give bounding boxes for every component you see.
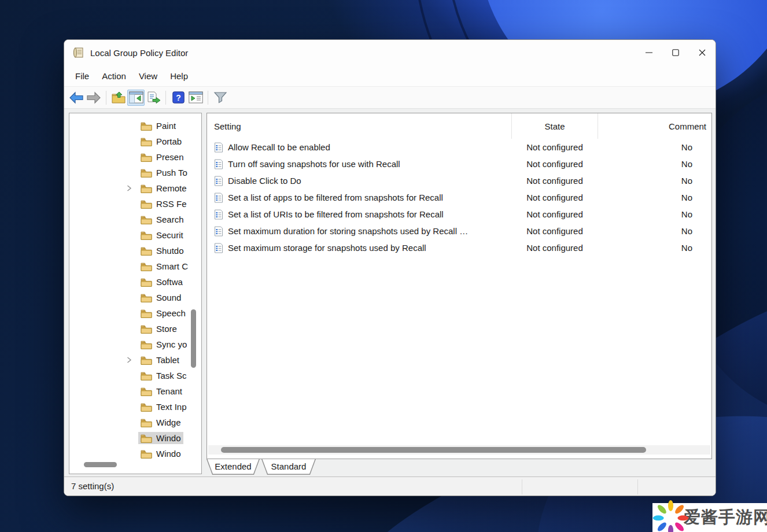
column-header-state[interactable]: State: [511, 113, 598, 139]
export-list-icon[interactable]: [145, 90, 162, 106]
menu-view[interactable]: View: [132, 69, 164, 83]
close-button[interactable]: [689, 40, 716, 65]
minimize-button[interactable]: [636, 40, 662, 65]
tree-item[interactable]: Tablet: [69, 352, 201, 368]
tree-node: Sync yo: [138, 338, 189, 350]
tree-node: Sound: [138, 291, 183, 304]
list-hscroll-thumb[interactable]: [221, 447, 646, 453]
tree-node: Shutdo: [138, 245, 186, 257]
toolbar: ?: [64, 87, 716, 109]
show-console-tree-icon[interactable]: [127, 90, 145, 106]
tree-item[interactable]: Paint: [69, 118, 201, 134]
column-header-setting[interactable]: Setting: [207, 113, 511, 139]
caption-buttons: [636, 40, 716, 65]
tree-horizontal-scrollbar[interactable]: [84, 462, 117, 467]
folder-icon: [141, 215, 152, 224]
table-row[interactable]: Allow Recall to be enabled Not configure…: [207, 139, 711, 156]
tree-item[interactable]: Shutdo: [69, 243, 201, 258]
tree-node: Task Sc: [138, 370, 189, 382]
setting-name: Disable Click to Do: [228, 176, 301, 186]
forward-icon[interactable]: [85, 90, 102, 106]
up-one-level-icon[interactable]: [110, 90, 127, 106]
policy-setting-icon: [214, 209, 223, 220]
tree-item[interactable]: Push To: [69, 165, 201, 180]
toolbar-separator: [208, 91, 208, 105]
tab-standard-label: Standard: [261, 459, 316, 475]
tree-item[interactable]: Windo: [69, 430, 201, 446]
menu-action[interactable]: Action: [95, 69, 132, 83]
folder-icon: [141, 184, 152, 193]
column-header-comment[interactable]: Comment: [598, 113, 711, 139]
menu-file[interactable]: File: [69, 69, 95, 83]
tree-item-label: Presen: [156, 152, 184, 162]
tree-item-label: Tablet: [156, 355, 179, 365]
table-row[interactable]: Turn off saving snapshots for use with R…: [207, 156, 711, 172]
tree-item[interactable]: RSS Fe: [69, 196, 201, 212]
toolbar-separator: [106, 91, 106, 105]
status-separator: [522, 479, 522, 494]
tree-node: Smart C: [138, 260, 190, 272]
tree-node: Securit: [138, 229, 186, 241]
table-row[interactable]: Set a list of apps to be filtered from s…: [207, 189, 711, 206]
tree-item[interactable]: Smart C: [69, 258, 201, 274]
tree-item[interactable]: Windo: [69, 446, 201, 461]
maximize-button[interactable]: [662, 40, 689, 65]
comment-cell: No: [598, 243, 711, 253]
table-row[interactable]: Set maximum duration for storing snapsho…: [207, 223, 711, 239]
tree-item[interactable]: Speech: [69, 305, 201, 321]
folder-icon: [141, 293, 152, 302]
back-icon[interactable]: [68, 90, 85, 106]
tree-item[interactable]: Widge: [69, 415, 201, 430]
title-bar[interactable]: Local Group Policy Editor: [64, 40, 716, 65]
folder-icon: [141, 309, 152, 318]
state-cell: Not configured: [511, 209, 598, 219]
tree-item[interactable]: Text Inp: [69, 399, 201, 415]
policy-setting-icon: [214, 193, 223, 203]
table-row[interactable]: Set a list of URIs to be filtered from s…: [207, 206, 711, 223]
policy-setting-icon: [214, 142, 223, 153]
tree-item-label: Task Sc: [156, 371, 187, 380]
state-cell: Not configured: [511, 176, 598, 186]
state-cell: Not configured: [511, 159, 598, 169]
tree-node: Tablet: [138, 354, 182, 366]
menu-help[interactable]: Help: [164, 69, 194, 83]
watermark-text: 爱酱手游网: [684, 506, 767, 529]
tree-item[interactable]: Securit: [69, 227, 201, 243]
show-action-pane-icon[interactable]: [187, 90, 204, 106]
desktop: { "window": { "title": "Local Group Poli…: [0, 0, 767, 532]
folder-icon: [141, 356, 152, 365]
tree-item[interactable]: Store: [69, 321, 201, 337]
tab-extended[interactable]: Extended: [207, 459, 260, 475]
setting-cell: Set a list of apps to be filtered from s…: [207, 193, 511, 203]
tree-item-label: Portab: [156, 136, 182, 146]
setting-cell: Set maximum storage for snapshots used b…: [207, 243, 511, 253]
status-separator: [637, 479, 638, 494]
tree-node: Push To: [138, 167, 190, 179]
table-row[interactable]: Disable Click to Do Not configured No: [207, 172, 711, 189]
tree-item[interactable]: Sound: [69, 290, 201, 305]
tree-item[interactable]: Task Sc: [69, 368, 201, 383]
tree-item-label: Push To: [156, 168, 187, 178]
tree-item[interactable]: Sync yo: [69, 337, 201, 352]
tree-item-label: Smart C: [156, 261, 188, 271]
folder-icon: [141, 137, 152, 146]
tree-item[interactable]: Remote: [69, 180, 201, 196]
tree-item[interactable]: Tenant: [69, 383, 201, 399]
setting-cell: Turn off saving snapshots for use with R…: [207, 159, 511, 169]
chevron-right-icon[interactable]: [125, 356, 133, 364]
svg-text:?: ?: [176, 93, 181, 102]
status-setting-count: 7 setting(s): [71, 481, 114, 491]
tree-item[interactable]: Softwa: [69, 274, 201, 290]
help-icon[interactable]: ?: [169, 90, 187, 106]
filter-icon[interactable]: [212, 90, 229, 106]
chevron-right-icon[interactable]: [125, 184, 133, 193]
settings-list: Allow Recall to be enabled Not configure…: [207, 139, 711, 256]
tree-item[interactable]: Portab: [69, 134, 201, 149]
tree-node: Portab: [138, 135, 184, 147]
tab-standard[interactable]: Standard: [261, 459, 316, 475]
tree-item[interactable]: Search: [69, 212, 201, 227]
tree-vertical-scrollbar[interactable]: [191, 309, 196, 368]
table-row[interactable]: Set maximum storage for snapshots used b…: [207, 239, 711, 256]
folder-icon: [141, 340, 152, 349]
tree-item[interactable]: Presen: [69, 149, 201, 165]
